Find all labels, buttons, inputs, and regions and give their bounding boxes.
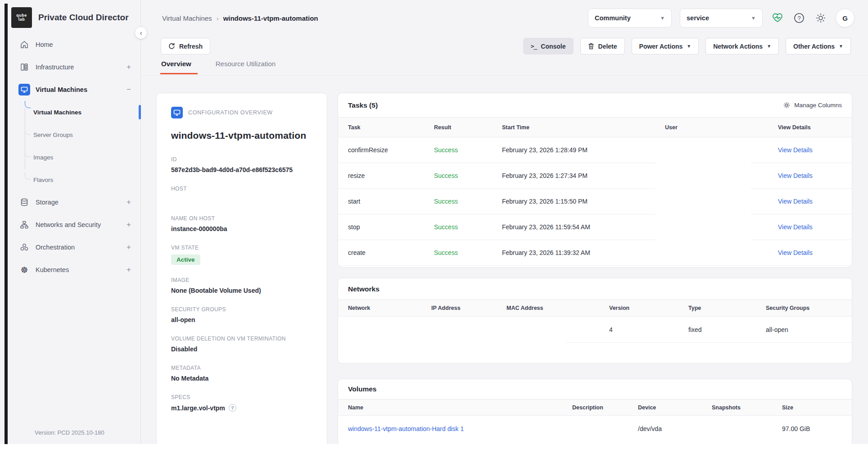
sidebar-item-orchestration[interactable]: Orchestration + xyxy=(8,236,140,259)
console-button[interactable]: >_ Console xyxy=(523,38,574,54)
field-value: 587e2d3b-bad9-4d0d-a70d-e86f523c6575 xyxy=(171,166,312,173)
delete-button[interactable]: Delete xyxy=(580,38,625,54)
refresh-icon xyxy=(168,43,175,50)
sidebar-subitem-virtual-machines[interactable]: Virtual Machines xyxy=(8,101,140,123)
network-icon xyxy=(18,219,30,231)
networks-title: Networks xyxy=(348,285,380,293)
power-actions-button[interactable]: Power Actions ▼ xyxy=(632,38,699,54)
field-specs: SPECS m1.large.vol-vtpm ? xyxy=(171,394,312,412)
sidebar-item-label: Virtual Machines xyxy=(36,86,125,93)
field-security-groups: SECURITY GROUPS all-open xyxy=(171,306,312,323)
expand-plus-icon[interactable]: + xyxy=(125,220,132,229)
table-row: start Success February 23, 2026 1:15:50 … xyxy=(338,189,852,214)
field-label: IMAGE xyxy=(171,277,312,283)
expand-plus-icon[interactable]: + xyxy=(125,243,132,252)
virtual-machines-icon xyxy=(18,84,30,95)
virtual-machine-icon xyxy=(171,107,183,118)
sidebar-item-kubernetes[interactable]: ☸ Kubernetes + xyxy=(8,259,140,281)
avatar[interactable]: G xyxy=(836,9,854,27)
flavor-help-icon[interactable]: ? xyxy=(229,404,236,412)
avatar-initial: G xyxy=(842,14,848,22)
settings-gear-icon[interactable] xyxy=(814,11,827,25)
column-header: Start Time xyxy=(502,124,665,131)
column-header: Version xyxy=(609,305,688,311)
view-details-link[interactable]: View Details xyxy=(778,198,842,205)
brand: qube lab Private Cloud Director xyxy=(11,7,129,28)
sidebar-item-infrastructure[interactable]: Infrastructure + xyxy=(8,56,140,78)
version-cell: 4 xyxy=(609,326,688,333)
refresh-button[interactable]: Refresh xyxy=(161,38,210,54)
size-cell: 97.00 GiB xyxy=(782,425,842,432)
breadcrumb-current-vm: windows-11-vtpm-automation xyxy=(223,14,318,22)
sidebar-item-label: Networks and Security xyxy=(36,221,125,228)
chevron-down-icon: ▼ xyxy=(767,44,771,49)
volumes-panel: Volumes Name Description Device Snapshot… xyxy=(338,379,852,444)
sidebar-item-label: Kubernetes xyxy=(36,266,125,273)
sidebar-item-networks-and-security[interactable]: Networks and Security + xyxy=(8,213,140,236)
tab-overview[interactable]: Overview xyxy=(160,60,198,74)
user-select[interactable]: service ▼ xyxy=(680,9,763,27)
network-actions-button[interactable]: Network Actions ▼ xyxy=(705,38,779,54)
health-heartbeat-icon[interactable] xyxy=(771,11,784,25)
field-metadata: METADATA No Metadata xyxy=(171,365,312,382)
app-viewport: qube lab Private Cloud Director ‹ Home xyxy=(0,0,868,444)
sidebar-item-storage[interactable]: Storage + xyxy=(8,191,140,213)
sidebar-subitem-flavors[interactable]: Flavors xyxy=(8,168,140,191)
sidebar-item-virtual-machines[interactable]: Virtual Machines − xyxy=(8,78,140,101)
chevron-down-icon: ▼ xyxy=(751,15,756,21)
security-groups-cell: all-open xyxy=(766,326,842,333)
view-details-link[interactable]: View Details xyxy=(778,223,842,231)
expand-plus-icon[interactable]: + xyxy=(125,265,132,274)
other-actions-button[interactable]: Other Actions ▼ xyxy=(786,38,851,54)
view-details-link[interactable]: View Details xyxy=(778,249,842,256)
svg-text:?: ? xyxy=(797,15,800,22)
tasks-title: Tasks (5) xyxy=(348,101,378,109)
window-edge-rail xyxy=(5,4,8,444)
breadcrumb-virtual-machines[interactable]: Virtual Machines xyxy=(162,14,212,22)
expand-plus-icon[interactable]: + xyxy=(125,198,132,207)
collapse-minus-icon[interactable]: − xyxy=(125,85,132,94)
column-header: Network xyxy=(348,305,431,311)
sidebar-subitem-images[interactable]: Images xyxy=(8,146,140,168)
other-actions-label: Other Actions xyxy=(793,43,835,50)
view-details-link[interactable]: View Details xyxy=(778,146,842,154)
networks-panel: Networks Network IP Address MAC Address … xyxy=(338,278,852,363)
home-icon xyxy=(18,39,30,50)
field-value: m1.large.vol-vtpm xyxy=(171,404,225,412)
header-controls: Community ▼ service ▼ ? G xyxy=(588,9,854,27)
infrastructure-icon xyxy=(18,61,30,73)
field-label: NAME ON HOST xyxy=(171,215,312,222)
manage-columns-button[interactable]: Manage Columns xyxy=(783,101,842,109)
volume-name-link[interactable]: windows-11-vtpm-automation-Hard disk 1 xyxy=(348,425,572,432)
active-item-indicator xyxy=(139,105,141,119)
expand-plus-icon[interactable]: + xyxy=(125,63,132,72)
configuration-overview-header: CONFIGURATION OVERVIEW xyxy=(171,107,312,118)
field-id: ID 587e2d3b-bad9-4d0d-a70d-e86f523c6575 xyxy=(171,156,312,173)
version-text: Version: PCD 2025.10-180 xyxy=(35,429,104,436)
sidebar-item-label: Server Groups xyxy=(33,132,140,138)
refresh-label: Refresh xyxy=(179,43,203,50)
sidebar-subitem-server-groups[interactable]: Server Groups xyxy=(8,123,140,146)
sidebar-collapse-button[interactable]: ‹ xyxy=(135,27,147,39)
help-icon[interactable]: ? xyxy=(792,11,806,25)
task-cell: stop xyxy=(348,223,434,231)
networks-table-header: Network IP Address MAC Address Version T… xyxy=(338,300,852,317)
sidebar-item-home[interactable]: Home xyxy=(8,33,140,56)
tenant-select[interactable]: Community ▼ xyxy=(588,9,672,27)
sidebar-item-label: Infrastructure xyxy=(36,64,125,71)
power-actions-label: Power Actions xyxy=(639,43,683,50)
sidebar-item-label: Virtual Machines xyxy=(33,109,140,116)
task-cell: start xyxy=(348,198,434,205)
column-header: Snapshots xyxy=(712,404,782,411)
sidebar-item-label: Orchestration xyxy=(36,244,125,251)
tasks-panel: Tasks (5) Manage Columns Task Result Sta… xyxy=(338,93,852,268)
sidebar-nav: Home Infrastructure + Virtual Machines xyxy=(8,33,140,281)
column-header: Security Groups xyxy=(766,305,842,311)
result-cell: Success xyxy=(434,249,502,256)
view-details-link[interactable]: View Details xyxy=(778,172,842,179)
tab-resource-utilization[interactable]: Resource Utilization xyxy=(216,60,276,74)
vm-name-title: windows-11-vtpm-automation xyxy=(171,130,312,141)
task-cell: confirmResize xyxy=(348,146,434,154)
field-label: SPECS xyxy=(171,394,312,400)
user-select-value: service xyxy=(687,14,709,22)
